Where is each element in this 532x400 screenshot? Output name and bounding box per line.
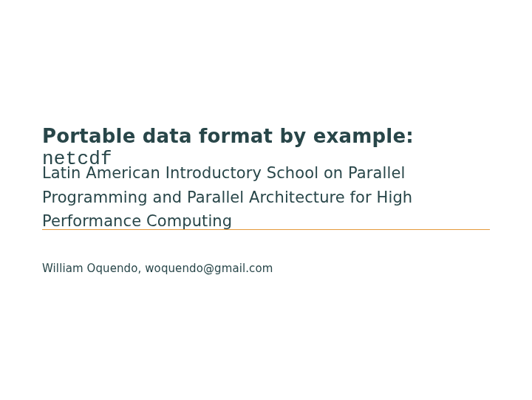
slide-subtitle: Latin American Introductory School on Pa…	[42, 161, 490, 234]
title-text: Portable data format by example:	[42, 125, 414, 147]
title-slide: Portable data format by example: netcdf …	[0, 0, 532, 400]
divider	[42, 229, 490, 230]
slide-author: William Oquendo, woquendo@gmail.com	[42, 262, 490, 275]
